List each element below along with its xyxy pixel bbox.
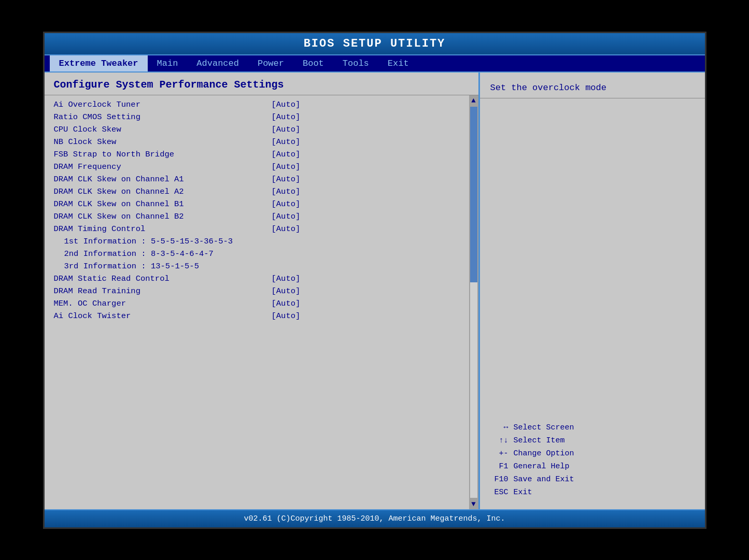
setting-name: DRAM Read Training [54,286,272,296]
key-symbol: F10 [485,475,514,484]
setting-name: 3rd Information : 13-5-1-5-5 [54,262,282,271]
footer: v02.61 (C)Copyright 1985-2010, American … [45,509,705,527]
setting-row[interactable]: DRAM Read Training[Auto] [45,285,478,297]
setting-row[interactable]: DRAM CLK Skew on Channel B1[Auto] [45,198,478,210]
key-label: Select Screen [514,423,574,432]
key-row: +-Change Option [485,447,700,460]
key-label: General Help [514,462,570,471]
setting-value: [Auto] [272,286,301,296]
setting-row[interactable]: DRAM Timing Control[Auto] [45,223,478,235]
setting-name: DRAM CLK Skew on Channel B2 [54,212,272,221]
left-panel: Configure System Performance Settings Ai… [45,73,480,509]
setting-value: [Auto] [272,150,301,159]
nav-item-main[interactable]: Main [148,55,188,71]
bios-title: BIOS SETUP UTILITY [304,37,446,50]
setting-value: [Auto] [272,162,301,171]
setting-row[interactable]: NB Clock Skew[Auto] [45,136,478,148]
key-symbol: ↑↓ [485,436,514,445]
setting-value: [Auto] [272,137,301,147]
setting-value: [Auto] [272,199,301,209]
setting-value: [Auto] [272,224,301,234]
footer-text: v02.61 (C)Copyright 1985-2010, American … [244,514,505,523]
nav-item-exit[interactable]: Exit [378,55,418,71]
scroll-down-arrow[interactable]: ▼ [471,499,475,509]
setting-row[interactable]: DRAM Frequency[Auto] [45,161,478,173]
setting-name: DRAM Frequency [54,162,272,171]
nav-item-power[interactable]: Power [248,55,293,71]
setting-row[interactable]: DRAM CLK Skew on Channel B2[Auto] [45,210,478,223]
setting-value: [Auto] [272,274,301,283]
setting-name: DRAM CLK Skew on Channel A1 [54,175,272,184]
nav-item-boot[interactable]: Boot [293,55,333,71]
key-row: ↔Select Screen [485,421,700,434]
right-panel: Set the overclock mode ↔Select Screen↑↓S… [480,73,705,509]
setting-value: [Auto] [272,175,301,184]
nav-item-tools[interactable]: Tools [333,55,378,71]
settings-list: Ai Overclock Tuner[Auto]Ratio CMOS Setti… [45,95,478,509]
setting-name: Ai Clock Twister [54,311,272,321]
setting-name: DRAM CLK Skew on Channel A2 [54,187,272,196]
scrollbar[interactable]: ▲ ▼ [469,95,478,509]
key-symbol: ESC [485,488,514,497]
key-symbol: F1 [485,462,514,471]
key-symbol: +- [485,449,514,458]
setting-row[interactable]: DRAM CLK Skew on Channel A1[Auto] [45,173,478,185]
key-label: Select Item [514,436,565,445]
setting-name: 2nd Information : 8-3-5-4-6-4-7 [54,249,282,259]
setting-name: 1st Information : 5-5-5-15-3-36-5-3 [54,237,282,246]
nav-bar: Extreme TweakerMainAdvancedPowerBootTool… [45,55,705,73]
setting-name: CPU Clock Skew [54,125,272,134]
setting-name: DRAM Static Read Control [54,274,272,283]
setting-value: [Auto] [272,125,301,134]
key-label: Change Option [514,449,574,458]
scroll-thumb [470,107,477,283]
setting-row[interactable]: MEM. OC Charger[Auto] [45,297,478,310]
key-row: ↑↓Select Item [485,434,700,447]
main-content: Configure System Performance Settings Ai… [45,73,705,509]
setting-value: [Auto] [272,311,301,321]
section-title: Configure System Performance Settings [45,73,478,95]
setting-row[interactable]: Ratio CMOS Setting[Auto] [45,111,478,123]
setting-value: [Auto] [272,212,301,221]
nav-item-extreme-tweaker[interactable]: Extreme Tweaker [50,55,148,71]
setting-name: MEM. OC Charger [54,299,272,308]
setting-name: DRAM Timing Control [54,224,272,234]
setting-name: NB Clock Skew [54,137,272,147]
setting-row[interactable]: Ai Clock Twister[Auto] [45,310,478,322]
setting-row[interactable]: 3rd Information : 13-5-1-5-5 [45,260,478,272]
key-row: ESCExit [485,486,700,499]
setting-row[interactable]: DRAM Static Read Control[Auto] [45,272,478,285]
key-row: F1General Help [485,460,700,473]
setting-name: Ai Overclock Tuner [54,100,272,109]
setting-row[interactable]: DRAM CLK Skew on Channel A2[Auto] [45,185,478,198]
key-help-area: ↔Select Screen↑↓Select Item+-Change Opti… [480,98,705,509]
setting-value: [Auto] [272,100,301,109]
help-text: Set the overclock mode [480,78,705,98]
setting-value: [Auto] [272,187,301,196]
setting-value: [Auto] [272,112,301,122]
setting-row[interactable]: CPU Clock Skew[Auto] [45,123,478,136]
setting-name: DRAM CLK Skew on Channel B1 [54,199,272,209]
key-row: F10Save and Exit [485,473,700,486]
setting-value: [Auto] [272,299,301,308]
nav-item-advanced[interactable]: Advanced [187,55,248,71]
bios-container: BIOS SETUP UTILITY Extreme TweakerMainAd… [43,32,706,529]
key-label: Exit [514,488,532,497]
title-bar: BIOS SETUP UTILITY [45,33,705,55]
scroll-track [470,107,477,498]
setting-name: Ratio CMOS Setting [54,112,272,122]
setting-row[interactable]: 2nd Information : 8-3-5-4-6-4-7 [45,248,478,260]
setting-row[interactable]: FSB Strap to North Bridge[Auto] [45,148,478,161]
setting-name: FSB Strap to North Bridge [54,150,272,159]
key-label: Save and Exit [514,475,574,484]
scroll-up-arrow[interactable]: ▲ [471,95,475,106]
setting-row[interactable]: 1st Information : 5-5-5-15-3-36-5-3 [45,235,478,248]
key-symbol: ↔ [485,423,514,432]
setting-row[interactable]: Ai Overclock Tuner[Auto] [45,98,478,111]
